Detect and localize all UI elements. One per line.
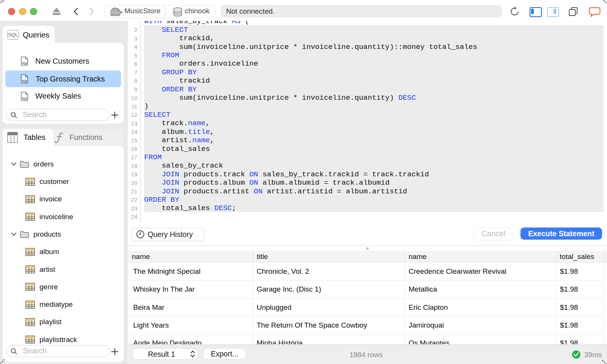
svg-text:SQL: SQL [22, 97, 28, 100]
svg-text:SQL: SQL [22, 61, 28, 65]
svg-text:SQL: SQL [22, 79, 28, 83]
